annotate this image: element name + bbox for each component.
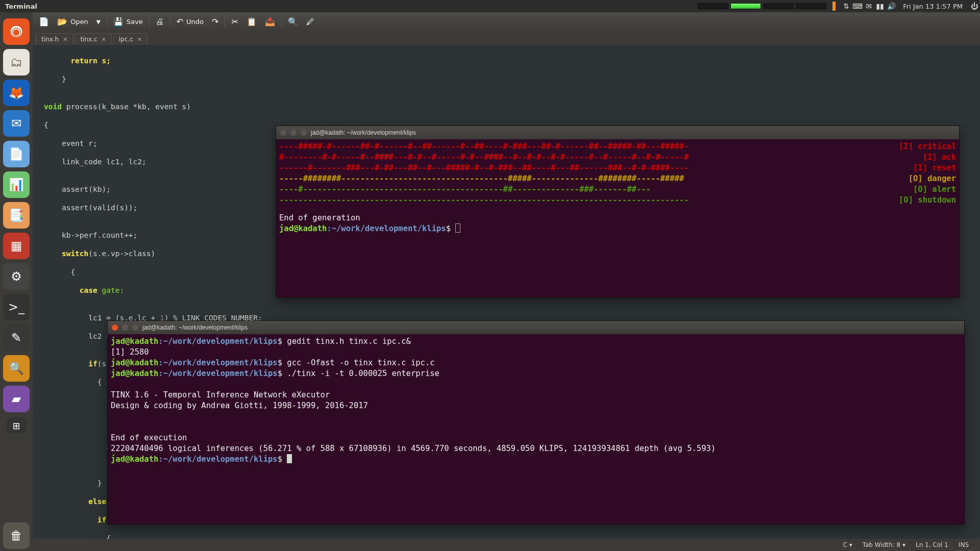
indicator-bar <box>832 2 836 11</box>
prompt-path: :~/work/development/klips <box>158 369 277 378</box>
active-app-label: Terminal <box>0 3 42 10</box>
calc-icon[interactable]: 📊 <box>3 171 30 198</box>
close-icon[interactable]: ✕ <box>137 36 142 43</box>
terminal2-body[interactable]: jad@kadath:~/work/development/klips$ ged… <box>108 334 964 524</box>
terminal1-hashline: ----------------------------------------… <box>279 195 689 205</box>
prompt-user: jad@kadath <box>111 455 158 464</box>
print-icon: 🖨 <box>156 17 164 27</box>
tab-label: tinx.h <box>41 36 59 43</box>
sync-icon[interactable]: ⇅ <box>841 2 852 10</box>
close-icon[interactable]: ✕ <box>102 36 106 43</box>
text-editor-icon[interactable]: ✎ <box>3 324 30 351</box>
software-icon[interactable]: ⚙ <box>3 263 30 290</box>
prompt-user: jad@kadath <box>279 224 327 233</box>
replace-icon: 🖉 <box>306 17 314 27</box>
save-icon: 💾 <box>113 17 124 27</box>
open-label: Open <box>70 18 88 26</box>
minimize-icon[interactable] <box>290 130 297 136</box>
indicator-graph-3 <box>763 3 794 9</box>
terminal-window-1[interactable]: jad@kadath: ~/work/development/klips ---… <box>276 126 960 298</box>
open-dropdown[interactable]: ▾ <box>92 15 105 29</box>
terminal2-job: [1] 2580 <box>111 347 961 358</box>
terminal1-tag: [O] alert <box>913 184 956 195</box>
terminal-window-2[interactable]: jad@kadath: ~/work/development/klips jad… <box>107 320 965 524</box>
volume-icon[interactable]: 🔊 <box>886 2 897 10</box>
editor-toolbar: 📄 📂Open ▾ 💾Save 🖨 ↶Undo ↷ ✂ 📋 📥 🔍 🖉 <box>33 12 980 31</box>
terminal2-banner2: Design & coding by Andrea Giotti, 1998-1… <box>111 400 961 411</box>
paste-button[interactable]: 📥 <box>261 15 279 29</box>
launcher: ◉ 🗂 🦊 ✉ 📄 📊 📑 ▦ ⚙ >_ ✎ 🔍 ▰ ⊞ 🗑 <box>0 12 33 551</box>
search-icon[interactable]: 🔍 <box>3 355 30 382</box>
terminal1-hashline: ----#-----------------------------------… <box>279 185 651 194</box>
power-icon[interactable]: ⏻ <box>969 2 980 10</box>
writer-icon[interactable]: 📄 <box>3 141 30 167</box>
battery-icon[interactable]: ▮▮ <box>874 2 886 10</box>
terminal1-body[interactable]: ----#####-#------##-#------#--##------#-… <box>276 139 959 297</box>
lang-selector[interactable]: C ▾ <box>838 541 857 548</box>
indicator-graph-1 <box>698 3 728 9</box>
terminal1-hashline: ------#-------###---#-##---##--#---#####… <box>279 163 689 172</box>
terminal1-hashline: -----########---------------------------… <box>279 174 684 183</box>
save-label: Save <box>127 18 143 26</box>
terminal2-cmd2: gcc -Ofast -o tinx tinx.c ipc.c <box>287 358 434 367</box>
terminal1-title: jad@kadath: ~/work/development/klips <box>311 128 416 138</box>
terminal2-title: jad@kadath: ~/work/development/klips <box>142 322 248 333</box>
terminal2-stats: 22204740496 logical inferences (56.271 %… <box>111 443 961 454</box>
files-icon[interactable]: 🗂 <box>3 49 30 76</box>
terminal2-banner1: TINX 1.6 - Temporal Inference Network eX… <box>111 390 961 400</box>
close-icon[interactable] <box>280 130 286 136</box>
prompt-sym: $ <box>278 369 287 378</box>
terminal2-titlebar[interactable]: jad@kadath: ~/work/development/klips <box>108 321 964 334</box>
tab-ipc-c[interactable]: ipc.c✕ <box>113 33 148 45</box>
copy-button[interactable]: 📋 <box>242 15 261 29</box>
close-icon[interactable] <box>112 324 118 331</box>
cursor-position: Ln 1, Col 1 <box>911 541 953 548</box>
keyboard-icon[interactable]: ⌨ <box>852 2 863 10</box>
prompt-user: jad@kadath <box>111 337 158 346</box>
terminal1-tag: [I] ack <box>923 152 956 163</box>
new-icon: 📄 <box>39 17 49 27</box>
tab-label: ipc.c <box>119 36 133 43</box>
maximize-icon[interactable] <box>301 130 307 136</box>
trash-icon[interactable]: 🗑 <box>3 522 30 549</box>
save-button[interactable]: 💾Save <box>109 15 147 29</box>
mail-icon[interactable]: ✉ <box>863 2 874 10</box>
print-button[interactable]: 🖨 <box>152 15 168 29</box>
cursor-block <box>287 454 292 463</box>
app-purple-icon[interactable]: ▰ <box>3 386 30 412</box>
maximize-icon[interactable] <box>132 324 138 331</box>
workspace-icon[interactable]: ⊞ <box>6 417 27 434</box>
tab-tinx-h[interactable]: tinx.h✕ <box>36 33 73 45</box>
undo-icon: ↶ <box>177 17 183 27</box>
terminal1-tag: [O] danger <box>909 173 956 184</box>
terminal1-hashline: #--------#-#-----#--####---#-#--#-----#-… <box>279 153 689 162</box>
tabwidth-selector[interactable]: Tab Width: 8 ▾ <box>857 541 911 548</box>
editor-tabbar: tinx.h✕ tinx.c✕ ipc.c✕ <box>33 31 980 45</box>
terminal-icon[interactable]: >_ <box>3 294 30 320</box>
close-icon[interactable]: ✕ <box>63 36 67 43</box>
tab-label: tinx.c <box>80 36 97 43</box>
indicator-graph-2 <box>730 3 761 9</box>
thunderbird-icon[interactable]: ✉ <box>3 110 30 137</box>
prompt-path: :~/work/development/klips <box>158 455 277 464</box>
copy-icon: 📋 <box>247 17 257 27</box>
terminal1-titlebar[interactable]: jad@kadath: ~/work/development/klips <box>276 126 959 139</box>
new-button[interactable]: 📄 <box>35 15 53 29</box>
redo-button[interactable]: ↷ <box>208 15 223 29</box>
open-button[interactable]: 📂Open <box>53 15 92 29</box>
terminal1-tag: [I] critical <box>899 141 956 152</box>
find-button[interactable]: 🔍 <box>284 15 302 29</box>
undo-button[interactable]: ↶Undo <box>173 15 208 29</box>
minimize-icon[interactable] <box>122 324 128 331</box>
terminal2-cmd3: ./tinx -i -t 0.000025 enterprise <box>287 369 439 378</box>
replace-button[interactable]: 🖉 <box>302 15 318 29</box>
tab-tinx-c[interactable]: tinx.c✕ <box>75 33 111 45</box>
impress-icon[interactable]: 📑 <box>3 202 30 229</box>
dash-icon[interactable]: ◉ <box>3 18 30 45</box>
firefox-icon[interactable]: 🦊 <box>3 80 30 106</box>
app-red-icon[interactable]: ▦ <box>3 233 30 259</box>
top-panel: Terminal ⇅ ⌨ ✉ ▮▮ 🔊 Fri Jan 13 1:57 PM ⏻ <box>0 0 980 12</box>
terminal1-tag: [I] reset <box>913 163 956 173</box>
clock-label[interactable]: Fri Jan 13 1:57 PM <box>897 3 969 10</box>
cut-button[interactable]: ✂ <box>227 15 242 29</box>
